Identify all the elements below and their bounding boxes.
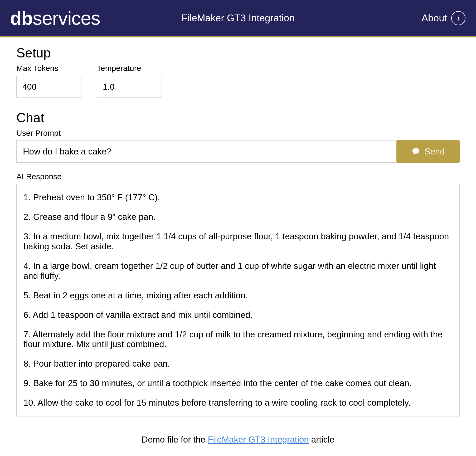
chat-icon (411, 147, 421, 156)
setup-row: Max Tokens Temperature (16, 64, 460, 98)
footer-suffix: article (309, 435, 334, 444)
temperature-label: Temperature (97, 64, 162, 73)
footer-prefix: Demo file for the (142, 435, 208, 444)
response-line: 10. Allow the cake to cool for 15 minute… (23, 398, 453, 408)
response-line: 6. Add 1 teaspoon of vanilla extract and… (23, 310, 453, 320)
about-label: About (421, 13, 447, 24)
temperature-input[interactable] (97, 76, 162, 98)
user-prompt-label: User Prompt (16, 129, 460, 138)
prompt-row: Send (16, 140, 460, 163)
temperature-group: Temperature (97, 64, 162, 98)
send-label: Send (424, 147, 445, 157)
max-tokens-group: Max Tokens (16, 64, 81, 98)
max-tokens-label: Max Tokens (16, 64, 81, 73)
app-header: dbservices FileMaker GT3 Integration Abo… (0, 0, 476, 37)
response-line: 7. Alternately add the flour mixture and… (23, 329, 453, 350)
response-line: 1. Preheat oven to 350° F (177° C). (23, 192, 453, 202)
ai-response-box: 1. Preheat oven to 350° F (177° C).2. Gr… (16, 184, 460, 416)
chat-heading: Chat (16, 110, 460, 125)
response-line: 2. Grease and flour a 9" cake pan. (23, 212, 453, 222)
response-line: 9. Bake for 25 to 30 minutes, or until a… (23, 378, 453, 388)
main-content: Setup Max Tokens Temperature Chat User P… (0, 37, 476, 416)
send-button[interactable]: Send (396, 140, 460, 163)
footer-link[interactable]: FileMaker GT3 Integration (208, 435, 309, 444)
about-button[interactable]: About i (421, 11, 465, 25)
footer: Demo file for the FileMaker GT3 Integrat… (0, 427, 476, 455)
logo: dbservices (10, 7, 100, 29)
logo-bold: db (10, 8, 33, 29)
response-line: 4. In a large bowl, cream together 1/2 c… (23, 261, 453, 281)
response-line: 8. Pour batter into prepared cake pan. (23, 359, 453, 369)
max-tokens-input[interactable] (16, 76, 81, 98)
setup-heading: Setup (16, 45, 460, 61)
header-right: About i (411, 9, 465, 27)
info-icon: i (451, 11, 465, 25)
header-divider (411, 9, 411, 27)
ai-response-label: AI Response (16, 172, 460, 181)
logo-light: services (33, 8, 100, 29)
response-line: 5. Beat in 2 eggs one at a time, mixing … (23, 290, 453, 300)
page-title: FileMaker GT3 Integration (181, 13, 295, 24)
user-prompt-input[interactable] (16, 140, 396, 163)
response-line: 3. In a medium bowl, mix together 1 1/4 … (23, 231, 453, 251)
